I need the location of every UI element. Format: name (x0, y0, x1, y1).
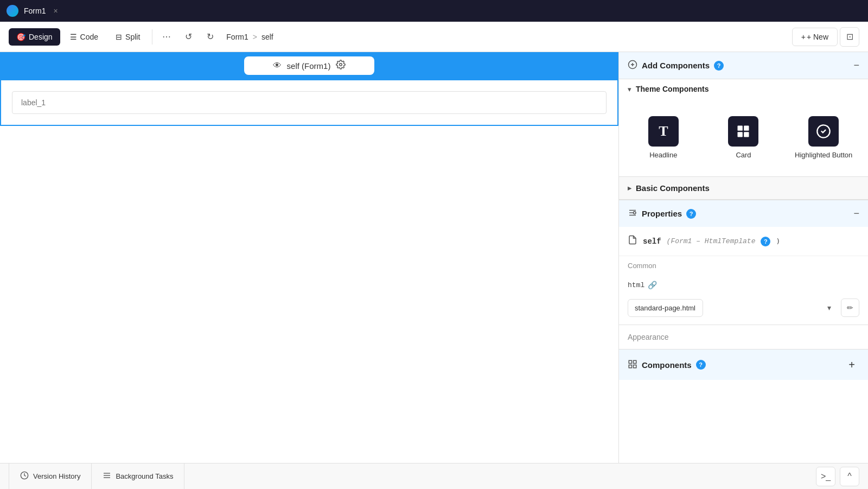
theme-chevron-icon: ▾ (628, 85, 631, 93)
properties-section: Properties ? − self (Form1 – HtmlTemplat… (619, 200, 868, 349)
version-history-icon (20, 471, 29, 481)
properties-icon (628, 208, 637, 219)
components-icon (628, 359, 637, 371)
title-bar: Form1 × (0, 0, 868, 22)
headline-label: Headline (649, 151, 677, 159)
theme-components-header[interactable]: ▾ Theme Components (619, 79, 868, 99)
add-components-header[interactable]: Add Components ? − (619, 52, 868, 79)
canvas-settings-icon[interactable] (336, 60, 346, 72)
background-tasks-icon (103, 471, 111, 481)
property-common-group: Common (619, 256, 868, 270)
component-item-card[interactable]: Card (708, 110, 780, 166)
add-components-help[interactable]: ? (714, 61, 724, 71)
components-help[interactable]: ? (696, 360, 706, 370)
properties-header[interactable]: Properties ? − (619, 200, 868, 227)
canvas-label-container: 👁 self (Form1) (244, 56, 374, 75)
canvas-header: 👁 self (Form1) (0, 52, 618, 79)
more-button[interactable]: ⋯ (157, 27, 176, 47)
breadcrumb-form[interactable]: Form1 (226, 33, 248, 41)
version-history-item[interactable]: Version History (9, 463, 92, 490)
card-label: Card (736, 151, 751, 159)
form-label-input[interactable] (12, 91, 607, 114)
canvas-area: 👁 self (Form1) (0, 52, 618, 463)
appearance-label: Appearance (628, 333, 859, 341)
basic-components-header[interactable]: ▸ Basic Components (619, 176, 868, 200)
add-components-collapse[interactable]: − (853, 60, 859, 71)
property-html-label: html 🔗 (628, 281, 859, 290)
property-link-icon[interactable]: 🔗 (648, 281, 657, 290)
components-section-header[interactable]: Components ? + (619, 349, 868, 380)
main-content: 👁 self (Form1) Add Component (0, 52, 868, 463)
terminal-button[interactable]: >_ (816, 467, 835, 486)
properties-title: Properties ? (628, 208, 696, 219)
version-history-label: Version History (33, 472, 80, 480)
design-icon: 🎯 (16, 33, 25, 41)
svg-rect-14 (634, 360, 636, 363)
basic-components-title: ▸ Basic Components (628, 183, 710, 193)
background-tasks-label: Background Tasks (116, 472, 173, 480)
component-item-highlighted-button[interactable]: Highlighted Button (788, 110, 859, 166)
appearance-section: Appearance (619, 325, 868, 349)
svg-rect-13 (629, 360, 631, 363)
add-components-title: Add Components ? (628, 60, 724, 71)
code-button[interactable]: ☰ Code (62, 28, 106, 46)
code-icon: ☰ (70, 33, 77, 41)
chevron-up-button[interactable]: ^ (840, 467, 859, 486)
title-bar-close[interactable]: × (53, 7, 58, 15)
properties-help[interactable]: ? (686, 209, 696, 219)
bottom-bar-right: >_ ^ (816, 467, 859, 486)
property-item-name: self (643, 237, 661, 246)
redo-button[interactable]: ↻ (200, 27, 220, 47)
add-components-icon (628, 60, 637, 71)
design-button[interactable]: 🎯 Design (9, 28, 60, 46)
title-bar-title: Form1 (24, 7, 46, 15)
right-panel: Add Components ? − ▾ Theme Components T … (618, 52, 868, 463)
svg-rect-16 (629, 365, 631, 367)
html-select[interactable]: standard-page.html (628, 299, 703, 317)
svg-rect-5 (744, 126, 749, 131)
layout-button[interactable]: ⊡ (840, 27, 859, 47)
components-section-title: Components ? (628, 359, 706, 371)
svg-rect-15 (634, 365, 636, 367)
bottom-bar-left: Version History Background Tasks (9, 463, 184, 490)
svg-rect-7 (744, 132, 749, 137)
property-item-detail: (Form1 – HtmlTemplate (667, 237, 756, 245)
split-icon: ⊟ (116, 33, 122, 41)
svg-rect-6 (738, 132, 743, 137)
svg-rect-4 (738, 126, 743, 131)
split-button[interactable]: ⊟ Split (108, 28, 148, 46)
property-html-field: html 🔗 (619, 275, 868, 299)
property-close-paren: ) (776, 237, 780, 245)
basic-chevron-icon: ▸ (628, 184, 631, 192)
property-common-label: Common (628, 262, 859, 270)
toolbar: 🎯 Design ☰ Code ⊟ Split ⋯ ↺ ↻ Form1 > se… (0, 22, 868, 52)
highlighted-button-label: Highlighted Button (795, 151, 852, 159)
canvas-form-area[interactable] (0, 79, 618, 126)
property-item-row: self (Form1 – HtmlTemplate ? ) (619, 227, 868, 256)
components-add-button[interactable]: + (844, 357, 859, 372)
new-plus-icon: + (801, 33, 806, 41)
properties-collapse[interactable]: − (853, 208, 859, 219)
property-item-help[interactable]: ? (761, 237, 770, 246)
canvas-label: self (Form1) (287, 61, 331, 71)
undo-button[interactable]: ↺ (178, 27, 198, 47)
property-select-row: standard-page.html ✏ (619, 299, 868, 325)
theme-components-section: ▾ Theme Components T Headline Card (619, 79, 868, 176)
toolbar-divider (152, 29, 152, 45)
new-button[interactable]: + + New (792, 28, 838, 46)
component-item-headline[interactable]: T Headline (628, 110, 699, 166)
svg-point-0 (340, 63, 342, 66)
svg-point-12 (634, 212, 636, 214)
breadcrumb-page[interactable]: self (261, 33, 273, 41)
background-tasks-item[interactable]: Background Tasks (92, 463, 184, 490)
html-select-wrapper: standard-page.html (628, 299, 837, 317)
theme-components-grid: T Headline Card (619, 99, 868, 176)
property-edit-button[interactable]: ✏ (841, 299, 859, 317)
eye-icon[interactable]: 👁 (273, 61, 282, 71)
bottom-bar: Version History Background Tasks >_ ^ (0, 463, 868, 489)
app-logo (7, 5, 18, 17)
breadcrumb: Form1 > self (226, 33, 273, 41)
headline-icon: T (648, 116, 679, 147)
canvas-body (0, 79, 618, 463)
card-icon (728, 116, 758, 147)
